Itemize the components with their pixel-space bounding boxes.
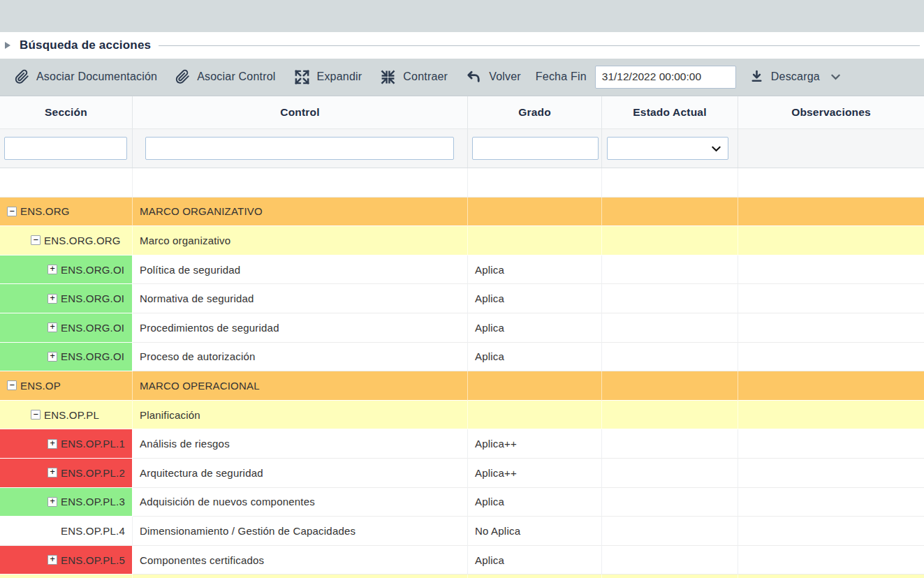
tree-minus-icon[interactable]: − xyxy=(7,380,17,390)
column-header-seccion[interactable]: Sección xyxy=(0,96,133,128)
column-header-estado-actual[interactable]: Estado Actual xyxy=(602,96,738,128)
expandir-button[interactable]: Expandir xyxy=(285,59,372,95)
estado-cell xyxy=(602,168,738,198)
section-code: ENS.OP.PL xyxy=(44,409,99,421)
grado-cell: Aplica xyxy=(468,488,602,517)
observaciones-cell xyxy=(738,401,924,430)
section-code: ENS.ORG.OI xyxy=(61,292,124,304)
estado-cell xyxy=(602,488,738,517)
tree-minus-icon[interactable]: − xyxy=(7,207,17,216)
table-row[interactable]: + ENS.ORG.OI Normativa de seguridad Apli… xyxy=(0,284,924,313)
section-cell: + ENS.OP.PL.3 xyxy=(0,488,133,517)
asociar-control-button[interactable]: Asociar Control xyxy=(166,59,284,95)
observaciones-cell xyxy=(738,371,924,401)
table-row[interactable]: + ENS.OP.PL.3 Adquisición de nuevos comp… xyxy=(0,488,924,517)
tree-plus-icon[interactable]: + xyxy=(47,265,57,274)
tree-plus-icon[interactable]: + xyxy=(47,323,57,332)
section-cell xyxy=(0,575,133,578)
table-row[interactable]: − ENS.ORG MARCO ORGANIZATIVO xyxy=(0,198,924,227)
estado-cell xyxy=(602,198,738,227)
asociar-documentacion-label: Asociar Documentación xyxy=(36,71,157,83)
table-row[interactable]: + ENS.OP.PL.5 Componentes certificados A… xyxy=(0,546,924,575)
observaciones-cell xyxy=(738,168,924,198)
table-row[interactable]: + ENS.ORG.OI Proceso de autorización Apl… xyxy=(0,343,924,372)
tree-plus-icon[interactable]: + xyxy=(47,555,57,565)
table-row[interactable]: − ENS.ORG.ORG Marco organizativo xyxy=(0,226,924,255)
observaciones-cell xyxy=(738,343,924,372)
control-cell: Política de seguridad xyxy=(133,255,468,285)
table-row[interactable]: + ENS.ORG.OI Procedimientos de seguridad… xyxy=(0,313,924,343)
estado-cell xyxy=(602,575,738,578)
tree-plus-icon[interactable]: + xyxy=(47,468,57,477)
column-header-control[interactable]: Control xyxy=(133,96,468,128)
tree-minus-icon[interactable]: − xyxy=(31,235,41,245)
observaciones-cell xyxy=(738,575,924,578)
tree-minus-icon[interactable]: − xyxy=(31,410,41,420)
column-header-observaciones[interactable]: Observaciones xyxy=(738,96,924,128)
table-row[interactable]: ENS.OP.PL.4 Dimensionamiento / Gestión d… xyxy=(0,517,924,546)
grado-cell: No Aplica xyxy=(468,517,602,546)
fecha-fin-input[interactable] xyxy=(595,66,736,89)
observaciones-filter-empty xyxy=(738,129,924,168)
contraer-button[interactable]: Contraer xyxy=(371,59,457,95)
expand-icon xyxy=(294,69,310,85)
section-code: ENS.OP xyxy=(20,380,61,392)
section-cell: + ENS.OP.PL.2 xyxy=(0,459,133,488)
section-cell: − ENS.OP xyxy=(0,371,133,401)
toolbar: Asociar Documentación Asociar Control Ex… xyxy=(0,59,924,95)
tree-plus-icon[interactable]: + xyxy=(47,497,57,507)
descarga-label: Descarga xyxy=(771,71,820,83)
estado-cell xyxy=(602,255,738,285)
section-code: ENS.ORG.OI xyxy=(61,264,124,276)
grid-body: − ENS.ORG MARCO ORGANIZATIVO − ENS.ORG.O… xyxy=(0,168,924,578)
table-row[interactable] xyxy=(0,575,924,578)
section-code: ENS.ORG xyxy=(20,205,70,217)
table-row[interactable]: + ENS.ORG.OI Política de seguridad Aplic… xyxy=(0,255,924,285)
grado-filter-input[interactable] xyxy=(472,137,599,160)
table-row[interactable] xyxy=(0,168,924,198)
table-row[interactable]: − ENS.OP MARCO OPERACIONAL xyxy=(0,371,924,401)
control-cell: Componentes certificados xyxy=(133,546,468,575)
asociar-control-label: Asociar Control xyxy=(197,71,275,83)
tree-plus-icon[interactable]: + xyxy=(47,352,57,362)
section-cell: + ENS.OP.PL.1 xyxy=(0,429,133,459)
observaciones-cell xyxy=(738,459,924,488)
panel-collapse-arrow-icon[interactable] xyxy=(5,42,10,49)
seccion-filter-input[interactable] xyxy=(4,137,127,160)
estado-actual-filter-select[interactable] xyxy=(607,137,728,160)
table-row[interactable]: + ENS.OP.PL.2 Arquitectura de seguridad … xyxy=(0,459,924,488)
observaciones-cell xyxy=(738,226,924,255)
volver-button[interactable]: Volver xyxy=(457,59,530,95)
section-cell: + ENS.ORG.OI xyxy=(0,284,133,313)
control-cell xyxy=(133,168,468,198)
tree-plus-icon[interactable]: + xyxy=(47,294,57,304)
descarga-button[interactable]: Descarga xyxy=(740,59,849,95)
table-row[interactable]: − ENS.OP.PL Planificación xyxy=(0,401,924,430)
asociar-documentacion-button[interactable]: Asociar Documentación xyxy=(6,59,166,95)
observaciones-cell xyxy=(738,429,924,459)
table-row[interactable]: + ENS.OP.PL.1 Análisis de riesgos Aplica… xyxy=(0,429,924,459)
panel-divider xyxy=(159,45,920,46)
grid-header: Sección Control Grado Estado Actual Obse… xyxy=(0,95,924,128)
filter-row xyxy=(0,128,924,168)
section-code: ENS.OP.PL.5 xyxy=(61,554,125,566)
fecha-fin-label: Fecha Fin xyxy=(536,71,587,83)
section-cell: − ENS.ORG.ORG xyxy=(0,226,133,255)
control-filter-input[interactable] xyxy=(145,137,454,160)
section-code: ENS.OP.PL.4 xyxy=(61,525,125,537)
observaciones-cell xyxy=(738,488,924,517)
paperclip-icon xyxy=(175,69,190,84)
tree-plus-icon[interactable]: + xyxy=(47,439,57,449)
estado-cell xyxy=(602,284,738,313)
section-code: ENS.ORG.ORG xyxy=(44,235,121,246)
column-header-grado[interactable]: Grado xyxy=(468,96,602,128)
estado-cell xyxy=(602,517,738,546)
section-cell: + ENS.ORG.OI xyxy=(0,343,133,372)
top-bar xyxy=(0,0,924,32)
control-cell: Normativa de seguridad xyxy=(133,284,468,313)
grado-cell: Aplica xyxy=(468,284,602,313)
grado-cell xyxy=(468,575,602,578)
observaciones-cell xyxy=(738,313,924,343)
section-cell: + ENS.ORG.OI xyxy=(0,255,133,285)
section-cell: − ENS.ORG xyxy=(0,198,133,227)
